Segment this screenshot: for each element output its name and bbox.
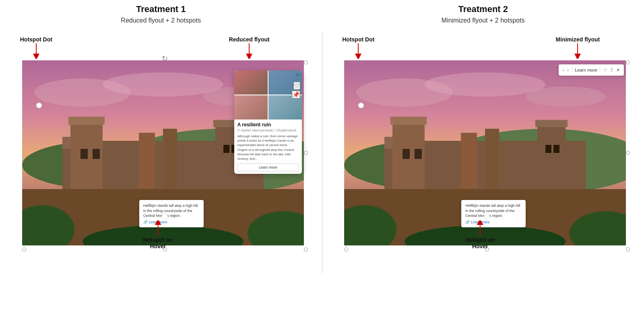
main-container: Treatment 1 Reduced flyout + 2 hotspots … [0, 0, 644, 309]
hotspot-hover-dot-2[interactable] [484, 214, 490, 219]
hotspot-hover-dot-1[interactable] [162, 214, 168, 219]
flyout-body-1: A resilient ruin © Martin Mecnarowski / … [234, 119, 302, 174]
svg-rect-51 [545, 145, 551, 153]
svg-rect-42 [535, 120, 568, 127]
flyout-img-3 [234, 95, 268, 119]
tooltip-text-1: Helfštýn stands tall atop a high hill in… [143, 203, 200, 218]
flyout-min-nav-2: ‹ › [562, 68, 570, 72]
svg-rect-49 [402, 149, 410, 159]
hotspot-dot-element-1[interactable] [36, 103, 42, 108]
flyout-min-learn-more-label: Learn more [572, 68, 597, 72]
flyout-min-close-btn[interactable]: ✕ [615, 68, 621, 73]
svg-rect-17 [163, 129, 177, 197]
hotspot-dot-label-1: Hotspot Dot [20, 36, 52, 43]
svg-rect-36 [384, 137, 392, 149]
treatment2-subtitle: Minimized flyout + 2 hotspots [442, 17, 525, 24]
treatment1-subtitle: Reduced flyout + 2 hotspots [121, 17, 201, 24]
flyout-min-next-btn[interactable]: › [566, 68, 570, 72]
flyout-close-btn-1[interactable]: ✕ [295, 72, 299, 78]
hotspot-hover-label-1: Hotspot onHover [143, 237, 173, 249]
svg-rect-24 [223, 145, 229, 153]
flyout-reduced-1: ✕ ♡ 📌 A resilient ruin © Martin Mecnarow… [234, 70, 302, 174]
svg-rect-50 [415, 149, 422, 159]
flyout-min-prev-btn[interactable]: ‹ [562, 68, 565, 72]
treatment2-panel: Treatment 2 Minimized flyout + 2 hotspot… [322, 0, 644, 309]
flyout-minimized-2: ‹ › Learn more ♡ ⤴ ✕ [559, 64, 624, 76]
handle-bl-1[interactable] [22, 247, 26, 251]
handle-br-1[interactable] [304, 247, 308, 251]
handle-mr-1[interactable] [304, 151, 308, 155]
flyout-min-actions-2: ♡ ⤴ ✕ [600, 68, 621, 73]
handle-tr-1[interactable] [304, 60, 308, 64]
treatment1-title: Treatment 1 [136, 4, 186, 14]
svg-rect-9 [62, 137, 70, 149]
svg-point-32 [525, 87, 606, 107]
svg-rect-52 [553, 145, 559, 153]
flyout-like-btn-1[interactable]: ♡ [293, 82, 300, 90]
reduced-flyout-label: Reduced flyout [229, 36, 270, 43]
hotspot-hover-annotation-2: Hotspot onHover [465, 220, 495, 249]
flyout-min-like-btn[interactable]: ♡ [603, 68, 608, 73]
hotspot-hover-annotation-1: Hotspot onHover [143, 220, 173, 249]
hotspot-dot-label-2: Hotspot Dot [342, 36, 374, 43]
hotspot-hover-label-2: Hotspot onHover [465, 237, 495, 249]
treatment2-title: Treatment 2 [458, 4, 508, 14]
svg-rect-40 [390, 117, 427, 125]
handle-bl-2[interactable] [344, 247, 348, 251]
tooltip-text-2: Helfštýn stands tall atop a high hill in… [465, 203, 522, 218]
hotspot-hover-arrow-up-2 [475, 220, 485, 237]
handle-mr-2[interactable] [626, 151, 630, 155]
flyout-desc-1: Although called a ruin, from some vantag… [237, 134, 299, 161]
flyout-title-1: A resilient ruin [237, 122, 299, 128]
flyout-credit-1: © Martin Mecnarowski / Shutterstock [237, 128, 299, 132]
svg-point-4 [103, 72, 223, 97]
hotspot-hover-arrow-up-1 [153, 220, 163, 237]
flyout-img-4 [268, 95, 302, 119]
handle-br-2[interactable] [626, 247, 630, 251]
minimized-flyout-label: Minimized flyout [556, 36, 600, 43]
svg-point-31 [425, 72, 545, 97]
svg-rect-23 [93, 149, 100, 159]
svg-rect-44 [485, 129, 499, 197]
flyout-pin-btn-1[interactable]: 📌 [292, 91, 300, 99]
svg-rect-43 [461, 133, 477, 197]
treatment1-panel: Treatment 1 Reduced flyout + 2 hotspots … [0, 0, 322, 309]
flyout-learn-more-btn-1[interactable]: Learn more [237, 163, 299, 171]
svg-rect-22 [80, 149, 88, 159]
svg-rect-16 [139, 133, 155, 197]
handle-tr-2[interactable] [626, 60, 630, 64]
svg-rect-13 [68, 117, 105, 125]
flyout-img-1 [234, 70, 268, 95]
flyout-min-share-btn[interactable]: ⤴ [610, 68, 614, 72]
